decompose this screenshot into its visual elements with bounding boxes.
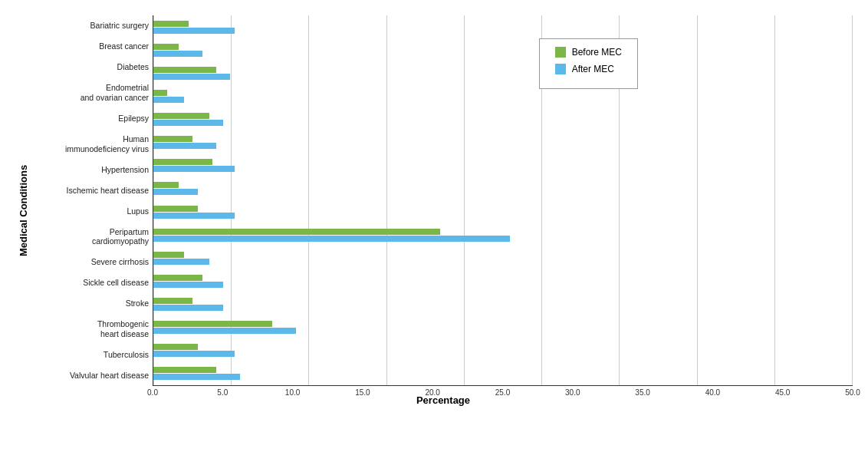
bar-after xyxy=(153,28,235,34)
category-label: Bariatric surgery xyxy=(34,21,149,31)
bar-row-after xyxy=(153,305,853,311)
bar-row-after xyxy=(153,213,853,219)
bar-group xyxy=(153,182,853,195)
category-label: Severe cirrhosis xyxy=(34,257,149,267)
legend-before-label: Before MEC xyxy=(572,47,622,58)
category-label: Stroke xyxy=(34,299,149,308)
x-axis-ticks: 0.05.010.015.020.025.030.035.040.045.050… xyxy=(153,386,853,388)
bar-after xyxy=(153,189,198,195)
legend-before: Before MEC xyxy=(555,47,622,58)
category-label: Diabetes xyxy=(34,62,149,72)
category-label: Endometrialand ovarian cancer xyxy=(34,83,149,102)
bar-before xyxy=(153,275,202,281)
bar-row-after xyxy=(153,351,853,357)
category-label: Peripartumcardiomyopathy xyxy=(34,227,149,246)
legend-after: After MEC xyxy=(555,64,622,74)
category-label: Lupus xyxy=(34,206,149,216)
chart-area: Medical Conditions Bariatric surgeryBrea… xyxy=(15,15,853,406)
category-label: Ischemic heart disease xyxy=(34,186,149,196)
bar-row-after xyxy=(153,120,853,126)
bar-row-before xyxy=(153,182,853,188)
category-label: Valvular heart disease xyxy=(34,371,149,381)
bar-row-before xyxy=(153,159,853,165)
bar-group xyxy=(153,321,853,334)
bar-before xyxy=(153,90,167,96)
bar-after xyxy=(153,213,235,219)
legend-before-color xyxy=(555,47,566,58)
bar-before xyxy=(153,229,440,235)
bar-row-before xyxy=(153,67,853,73)
bar-after xyxy=(153,305,223,311)
bar-after xyxy=(153,351,235,357)
bar-before xyxy=(153,206,198,212)
bar-row-before xyxy=(153,136,853,142)
category-label: Sickle cell disease xyxy=(34,278,149,288)
bar-row-after xyxy=(153,97,853,103)
chart-container: Medical Conditions Bariatric surgeryBrea… xyxy=(0,0,868,452)
bar-row-before xyxy=(153,44,853,50)
category-labels: Bariatric surgeryBreast cancerDiabetesEn… xyxy=(34,15,153,386)
bar-group xyxy=(153,159,853,172)
bar-row-after xyxy=(153,282,853,288)
bar-row-after xyxy=(153,259,853,265)
legend-after-color xyxy=(555,64,566,74)
bar-row-before xyxy=(153,90,853,96)
bar-before xyxy=(153,344,198,350)
bar-row-before xyxy=(153,321,853,327)
bar-after xyxy=(153,259,209,265)
bar-group xyxy=(153,275,853,288)
bars-grid xyxy=(153,15,853,386)
bar-before xyxy=(153,182,179,188)
bar-before xyxy=(153,367,216,373)
bar-before xyxy=(153,44,179,50)
bar-row-after xyxy=(153,189,853,195)
bar-before xyxy=(153,159,212,165)
bar-row-before xyxy=(153,298,853,304)
bar-after xyxy=(153,51,202,57)
plot-area: Bariatric surgeryBreast cancerDiabetesEn… xyxy=(34,15,853,406)
bar-row-before xyxy=(153,113,853,119)
bar-before xyxy=(153,67,216,73)
bar-group xyxy=(153,136,853,149)
bar-after xyxy=(153,282,223,288)
bar-group xyxy=(153,21,853,34)
bar-before xyxy=(153,321,272,327)
category-label: Thrombogenicheart disease xyxy=(34,319,149,338)
y-axis-label: Medical Conditions xyxy=(15,15,31,406)
category-label: Hypertension xyxy=(34,165,149,175)
bar-row-before xyxy=(153,206,853,212)
bar-after xyxy=(153,166,235,172)
bar-after xyxy=(153,143,216,149)
bar-after xyxy=(153,328,296,334)
bar-row-after xyxy=(153,143,853,149)
bar-row-before xyxy=(153,275,853,281)
bar-row-before xyxy=(153,229,853,235)
category-label: Tuberculosis xyxy=(34,350,149,360)
bar-group xyxy=(153,298,853,311)
bar-group xyxy=(153,229,853,242)
bar-after xyxy=(153,236,510,242)
bar-group xyxy=(153,367,853,380)
bar-group xyxy=(153,206,853,219)
bar-row-after xyxy=(153,166,853,172)
bar-before xyxy=(153,136,192,142)
bar-row-after xyxy=(153,51,853,57)
bar-row-after xyxy=(153,28,853,34)
bars-container xyxy=(153,15,853,385)
bar-row-before xyxy=(153,252,853,258)
bar-group xyxy=(153,344,853,357)
bar-row-after xyxy=(153,236,853,242)
bar-group xyxy=(153,67,853,80)
bar-group xyxy=(153,252,853,265)
bar-row-after xyxy=(153,328,853,334)
x-axis: 0.05.010.015.020.025.030.035.040.045.050… xyxy=(153,386,853,388)
bar-group xyxy=(153,113,853,126)
legend-after-label: After MEC xyxy=(572,64,614,74)
bar-after xyxy=(153,74,230,80)
bar-row-after xyxy=(153,74,853,80)
bar-before xyxy=(153,113,209,119)
bar-after xyxy=(153,97,184,103)
category-label: Humanimmunodeficiency virus xyxy=(34,134,149,153)
bar-group xyxy=(153,90,853,103)
bar-after xyxy=(153,120,223,126)
